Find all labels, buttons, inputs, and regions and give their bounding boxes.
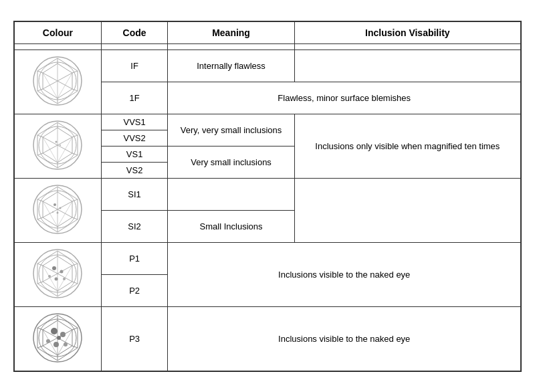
vs2-code: VS2	[101, 162, 168, 178]
svg-line-88	[37, 328, 43, 330]
svg-point-96	[51, 328, 58, 334]
svg-line-9	[37, 71, 43, 73]
p3-code: P3	[101, 306, 168, 371]
svg-line-84	[72, 328, 78, 330]
diamond-vvs-svg	[31, 118, 84, 172]
svg-line-63	[72, 282, 78, 284]
svg-line-45	[37, 199, 43, 201]
vvs-meaning: Very, very small inclusions	[168, 114, 294, 146]
diamond-si-cell	[15, 178, 102, 242]
p1-code: P1	[101, 242, 168, 274]
empty-meaning	[168, 43, 294, 50]
svg-point-54	[60, 207, 62, 209]
diamond-p3-cell	[15, 306, 102, 371]
diamond-if-svg	[31, 54, 84, 108]
svg-point-99	[46, 339, 50, 343]
svg-line-87	[37, 346, 43, 348]
svg-point-97	[60, 332, 66, 337]
svg-line-85	[72, 346, 78, 348]
svg-point-76	[55, 277, 58, 280]
svg-point-101	[57, 336, 61, 340]
clarity-table: Colour Code Meaning Inclusion Visability	[14, 21, 521, 371]
svg-point-75	[60, 270, 64, 273]
svg-line-6	[72, 89, 78, 91]
p3-meaning: Inclusions visible to the naked eye	[168, 306, 521, 371]
p2-code: P2	[101, 274, 168, 306]
header-visibility: Inclusion Visability	[294, 21, 520, 43]
svg-line-5	[72, 71, 78, 73]
vvs2-code: VVS2	[101, 130, 168, 146]
svg-point-98	[54, 342, 59, 347]
si-visibility	[294, 178, 520, 242]
svg-line-65	[37, 282, 43, 284]
vvs-vs-visibility: Inclusions only visible when magnified t…	[294, 114, 520, 178]
diamond-p12-svg	[31, 247, 84, 300]
1f-meaning: Flawless, minor surface blemishes	[168, 82, 521, 114]
diamond-vvs-cell	[15, 114, 102, 178]
vs-meaning: Very small inclusions	[168, 146, 294, 178]
header-colour: Colour	[15, 21, 102, 43]
1f-code: 1F	[101, 82, 168, 114]
svg-line-26	[37, 135, 43, 137]
svg-point-56	[52, 211, 54, 213]
empty-code	[101, 43, 168, 50]
svg-line-22	[72, 135, 78, 137]
svg-point-55	[57, 211, 59, 213]
header-code: Code	[101, 21, 168, 43]
svg-line-41	[72, 199, 78, 201]
svg-point-35	[60, 144, 61, 146]
header-row: Colour Code Meaning Inclusion Visability	[15, 21, 521, 43]
svg-point-77	[48, 275, 51, 278]
vs1-code: VS1	[101, 146, 168, 162]
p3-row: P3 Inclusions visible to the naked eye	[15, 306, 521, 371]
if-visibility	[294, 50, 520, 82]
svg-point-74	[52, 266, 56, 270]
svg-line-8	[37, 89, 43, 91]
si1-meaning	[168, 178, 294, 210]
diamond-p3-svg	[31, 311, 84, 365]
si1-row: SI1	[15, 178, 521, 210]
svg-point-78	[63, 278, 66, 280]
svg-point-34	[56, 140, 58, 142]
header-meaning: Meaning	[168, 21, 294, 43]
empty-colour	[15, 43, 102, 50]
svg-line-23	[72, 153, 78, 155]
svg-line-62	[72, 264, 78, 266]
vvs1-row: VVS1 Very, very small inclusions Inclusi…	[15, 114, 521, 130]
svg-line-44	[37, 217, 43, 219]
diamond-if-cell	[15, 50, 102, 114]
svg-line-42	[72, 217, 78, 219]
p1-row: P1 Inclusions visible to the naked eye	[15, 242, 521, 274]
svg-line-25	[37, 153, 43, 155]
svg-point-100	[64, 342, 68, 347]
diamond-p12-cell	[15, 242, 102, 306]
si2-meaning: Small Inclusions	[168, 210, 294, 242]
empty-visibility	[294, 43, 520, 50]
diamond-si-svg	[31, 183, 84, 236]
main-table-container: Colour Code Meaning Inclusion Visability	[13, 21, 522, 372]
if-code: IF	[101, 50, 168, 82]
si1-code: SI1	[101, 178, 168, 210]
vvs1-code: VVS1	[101, 114, 168, 130]
svg-point-53	[54, 203, 56, 206]
svg-line-66	[37, 264, 43, 266]
p1-meaning: Inclusions visible to the naked eye	[168, 242, 521, 306]
if-meaning: Internally flawless	[168, 50, 294, 82]
si2-code: SI2	[101, 210, 168, 242]
empty-row	[15, 43, 521, 50]
if-row: IF Internally flawless	[15, 50, 521, 82]
